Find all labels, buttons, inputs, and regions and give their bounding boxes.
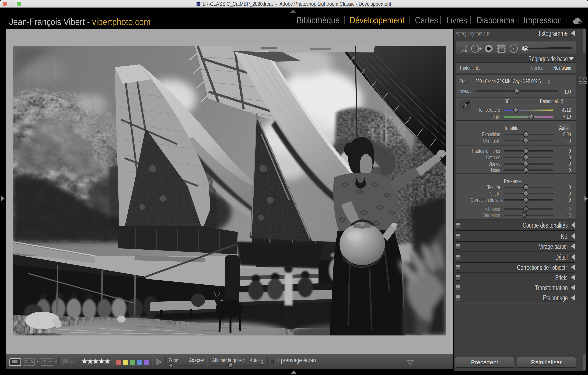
svg-text:Lrc: Lrc: [197, 3, 200, 5]
